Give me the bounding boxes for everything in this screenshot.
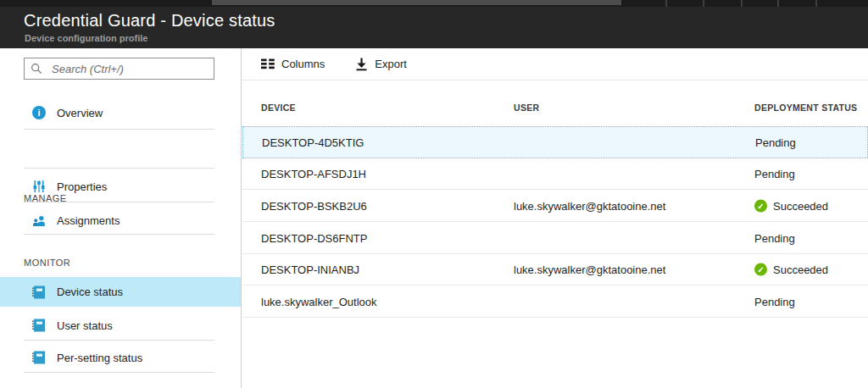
column-header-device[interactable]: DEVICE [261,103,296,113]
status-text: Pending [755,136,796,149]
divider [24,234,214,235]
table-row[interactable]: luke.skywalker_Outlook ✓ Pending [242,285,868,318]
sidebar-item-label: Overview [57,107,103,119]
columns-button[interactable]: Columns [261,58,325,70]
table-row[interactable]: DESKTOP-BSKB2U6 luke.skywalker@gktatooin… [242,190,868,222]
device-name: DESKTOP-AFSDJ1H [261,168,366,180]
topbar-separator [665,0,667,7]
sidebar-item-label: User status [57,319,113,332]
main-panel: Columns Export DEVICE USER DEPLOYMENT ST… [242,48,868,388]
sidebar-item-label: Properties [57,180,107,193]
topbar-separator [741,0,743,7]
device-name: DESKTOP-INIANBJ [261,263,359,276]
intune-device-status-screen: Credential Guard - Device status Device … [0,0,868,388]
sidebar-item-device-status[interactable]: Device status [0,277,241,307]
sidebar-item-label: Per-setting status [57,352,142,364]
deployment-status: ✓ Pending [754,295,795,308]
status-text: Succeeded [773,199,828,212]
divider [24,168,214,169]
sidebar: i Overview MANAGE Properties [0,48,242,388]
divider [24,372,214,373]
sidebar-search[interactable] [24,58,214,80]
user-name: luke.skywalker@gktatooine.net [514,199,665,212]
blade-header: Credential Guard - Device status Device … [0,7,868,48]
search-icon [31,63,42,75]
sidebar-item-user-status[interactable]: User status [0,313,241,338]
portal-searchbar-sliver [212,0,621,5]
sliders-icon [32,180,46,193]
table-row[interactable]: DESKTOP-AFSDJ1H ✓ Pending [242,158,868,190]
page-title: Credential Guard - Device status [24,11,275,30]
topbar-separator [703,0,704,7]
divider [24,129,214,130]
device-name: DESKTOP-DS6FNTP [261,231,367,244]
toolbar: Columns Export [242,48,868,80]
divider [24,340,214,341]
sidebar-item-label: Assignments [57,214,120,227]
succeeded-icon: ✓ [754,263,767,276]
section-label-monitor: MONITOR [24,258,70,268]
divider [24,202,214,202]
status-report-icon [32,285,46,299]
table-row[interactable]: DESKTOP-INIANBJ luke.skywalker@gktatooin… [242,254,868,285]
user-name: luke.skywalker@gktatooine.net [514,263,665,276]
deployment-status: ✓ Pending [754,168,795,180]
status-text: Pending [754,231,795,244]
table-row[interactable]: DESKTOP-4D5KTIG ✓ Pending [242,126,868,158]
sidebar-item-per-setting-status[interactable]: Per-setting status [0,345,241,370]
status-report-icon [32,351,46,364]
deployment-status: ✓ Succeeded [754,199,828,212]
info-icon: i [32,106,46,119]
export-button[interactable]: Export [355,58,407,71]
sidebar-item-properties[interactable]: Properties [0,174,241,199]
device-name: DESKTOP-4D5KTIG [262,136,364,149]
device-name: luke.skywalker_Outlook [261,295,377,308]
table-row[interactable]: DESKTOP-DS6FNTP ✓ Pending [242,222,868,254]
device-status-table: DESKTOP-4D5KTIG ✓ Pending DESKTOP-AFSDJ1… [242,126,868,372]
sidebar-item-overview[interactable]: i Overview [0,100,241,125]
deployment-status: ✓ Pending [754,231,795,244]
download-icon [355,58,368,71]
portal-topbar-sliver [0,0,868,7]
status-report-icon [32,319,46,332]
columns-icon [261,58,275,69]
device-name: DESKTOP-BSKB2U6 [261,199,367,212]
search-input[interactable] [50,62,208,76]
status-text: Succeeded [773,263,828,276]
deployment-status: ✓ Pending [755,136,796,149]
deployment-status: ✓ Succeeded [754,263,828,276]
status-text: Pending [754,168,795,180]
sidebar-item-assignments[interactable]: Assignments [0,208,241,233]
topbar-separator [815,0,817,7]
succeeded-icon: ✓ [754,199,767,212]
topbar-separator [777,0,779,7]
sidebar-item-label: Device status [57,285,123,298]
export-button-label: Export [375,58,407,70]
page-subtitle: Device configuration profile [25,33,147,43]
divider [242,80,868,80]
column-header-deployment-status[interactable]: DEPLOYMENT STATUS [754,103,857,113]
status-text: Pending [754,295,795,308]
column-header-user[interactable]: USER [514,103,539,113]
people-icon [32,213,46,227]
columns-button-label: Columns [281,58,325,70]
